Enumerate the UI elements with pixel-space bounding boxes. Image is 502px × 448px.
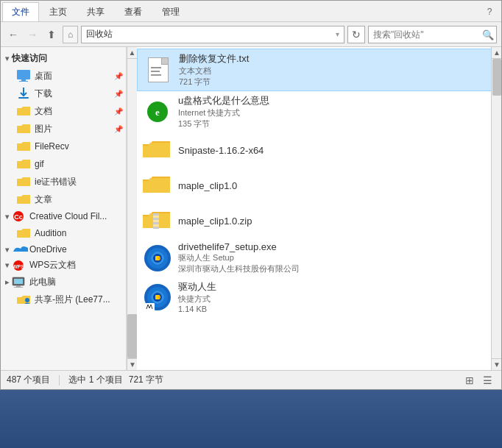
sidebar-item-ie-cert[interactable]: ie证书错误 (1, 173, 126, 191)
audition-icon (17, 227, 30, 240)
sidebar-item-shared[interactable]: 共享-照片 (Lee77... (1, 291, 126, 308)
file-info-snipaste: Snipaste-1.16.2-x64 (178, 145, 495, 156)
file-content-area: 删除恢复文件.txt 文本文档 721 字节 e (137, 47, 501, 370)
sidebar-scrollbar-thumb[interactable] (127, 314, 138, 358)
creative-cloud-label: Creative Cloud Fil... (29, 211, 107, 221)
wps-header[interactable]: ▾ WPS WPS云文档 (1, 257, 126, 274)
svg-rect-9 (14, 279, 23, 284)
file-item-delete-recover[interactable]: 删除恢复文件.txt 文本文档 721 字节 (137, 49, 501, 91)
pin-icon-documents: 📌 (114, 107, 123, 115)
sidebar-scroll-down[interactable]: ▼ (127, 358, 138, 370)
svg-rect-19 (153, 227, 159, 229)
sidebar-container: ▲ ▾ 快速访问 桌面 📌 (1, 47, 137, 370)
this-pc-header[interactable]: ▸ 此电脑 (1, 274, 126, 291)
explorer-window: 文件 主页 共享 查看 管理 ? ← → ⬆ ⌂ 回收站 ▾ ↻ 🔍 ▲ (0, 0, 502, 390)
sidebar-item-documents-label: 文档 (35, 105, 52, 118)
svg-text:WPS: WPS (13, 264, 24, 269)
file-info-delete-recover: 删除恢复文件.txt 文本文档 721 字节 (179, 52, 495, 88)
maple-folder-icon (143, 171, 172, 200)
file-info-drivelife-shortcut: 驱动人生 快捷方式 1.14 KB (178, 280, 495, 313)
svg-rect-11 (14, 287, 23, 288)
help-button[interactable]: ? (481, 2, 498, 21)
quick-access-header[interactable]: ▾ 快速访问 (1, 50, 126, 67)
file-name-maple-clip: maple_clip1.0 (178, 180, 495, 191)
sidebar-item-ie-cert-label: ie证书错误 (35, 176, 77, 188)
this-pc-arrow: ▸ (5, 278, 9, 286)
details-view-btn[interactable]: ☰ (479, 372, 495, 388)
sidebar-item-desktop[interactable]: 桌面 📌 (1, 67, 126, 85)
creative-cloud-icon: Cc (12, 210, 25, 222)
sidebar-item-article-label: 文章 (35, 193, 52, 206)
tab-file[interactable]: 文件 (2, 2, 39, 21)
desktop-icon (17, 69, 30, 82)
ribbon-tabs: 文件 主页 共享 查看 管理 ? (1, 1, 501, 21)
sidebar-item-documents[interactable]: 文档 📌 (1, 102, 126, 120)
large-icons-view-btn[interactable]: ⊞ (462, 372, 478, 388)
setup-exe-icon (143, 243, 172, 273)
file-name-snipaste: Snipaste-1.16.2-x64 (178, 145, 495, 156)
search-icon[interactable]: 🔍 (482, 29, 494, 40)
file-item-drivelife-shortcut[interactable]: 驱动人生 快捷方式 1.14 KB (137, 277, 501, 316)
refresh-button[interactable]: ↻ (347, 26, 365, 43)
sidebar-item-audition[interactable]: Audition (1, 224, 126, 242)
file-meta-delete-recover: 文本文档 721 字节 (179, 65, 495, 88)
search-input[interactable] (368, 26, 497, 43)
tab-share[interactable]: 共享 (77, 2, 114, 21)
up-button[interactable]: ⬆ (43, 26, 60, 43)
onedrive-arrow: ▾ (5, 246, 9, 254)
file-item-maple-zip[interactable]: maple_clip1.0.zip (137, 203, 501, 238)
wps-icon: WPS (12, 260, 25, 271)
file-item-usb-format[interactable]: e u盘格式化是什么意思 Internet 快捷方式 135 字节 (137, 91, 501, 132)
sidebar-item-filerecv[interactable]: FileRecv (1, 138, 126, 155)
creative-cloud-header[interactable]: ▾ Cc Creative Cloud Fil... (1, 208, 126, 224)
breadcrumb-home: ⌂ (63, 26, 78, 43)
scroll-up-btn[interactable]: ▲ (492, 47, 501, 59)
file-item-snipaste[interactable]: Snipaste-1.16.2-x64 (137, 132, 501, 168)
onedrive-icon (12, 244, 25, 255)
view-icons: ⊞ ☰ (462, 372, 495, 388)
tab-home[interactable]: 主页 (40, 2, 77, 21)
content-scrollbar[interactable]: ▲ ▼ (491, 47, 501, 370)
pin-icon-desktop: 📌 (114, 72, 123, 80)
onedrive-header[interactable]: ▾ OneDrive (1, 242, 126, 257)
sidebar-item-article[interactable]: 文章 (1, 191, 126, 208)
tab-manage[interactable]: 管理 (152, 2, 189, 21)
article-folder-icon (17, 193, 30, 206)
address-dropdown[interactable]: ▾ (336, 30, 339, 38)
zip-folder-icon (143, 206, 172, 235)
main-area: ▲ ▾ 快速访问 桌面 📌 (1, 47, 501, 370)
sidebar-scrollbar[interactable]: ▼ (127, 47, 137, 370)
document-folder-icon (17, 104, 30, 118)
file-name-drivelife-shortcut: 驱动人生 (178, 280, 495, 294)
svg-rect-18 (153, 222, 159, 224)
tab-view[interactable]: 查看 (115, 2, 152, 21)
this-pc-label: 此电脑 (29, 276, 56, 288)
svg-rect-1 (21, 79, 26, 81)
quick-access-label: 快速访问 (12, 52, 47, 65)
file-info-maple-zip: maple_clip1.0.zip (178, 216, 495, 227)
status-sep-1 (59, 375, 60, 385)
file-item-maple-clip[interactable]: maple_clip1.0 (137, 168, 501, 203)
svg-rect-0 (17, 70, 30, 79)
file-item-drivelife-setup[interactable]: drivethelife7_setup.exe 驱动人生 Setup 深圳市驱动… (137, 238, 501, 277)
status-selected: 选中 1 个项目 (68, 374, 122, 386)
status-bar: 487 个项目 选中 1 个项目 721 字节 ⊞ ☰ (1, 370, 501, 389)
svg-rect-2 (19, 81, 28, 82)
back-button[interactable]: ← (5, 26, 21, 43)
address-path[interactable]: 回收站 ▾ (81, 26, 344, 43)
ie-file-icon: e (143, 97, 172, 127)
forward-button[interactable]: → (24, 26, 40, 43)
scrollbar-thumb[interactable] (492, 59, 501, 96)
scroll-down-btn[interactable]: ▼ (492, 358, 501, 370)
file-list: 删除恢复文件.txt 文本文档 721 字节 e (137, 47, 501, 318)
file-meta-drivelife-shortcut: 快捷方式 1.14 KB (178, 294, 495, 313)
sidebar-item-downloads[interactable]: 下载 📌 (1, 85, 126, 102)
shared-folder-icon (17, 293, 30, 306)
sidebar-item-pictures[interactable]: 图片 📌 (1, 120, 126, 138)
sidebar-item-gif[interactable]: gif (1, 155, 126, 173)
sidebar-scroll-up[interactable]: ▲ (127, 47, 137, 59)
status-total: 487 个项目 (7, 374, 50, 386)
sidebar-item-filerecv-label: FileRecv (35, 141, 69, 152)
pin-icon-pictures: 📌 (114, 125, 123, 133)
sidebar-item-gif-label: gif (35, 159, 44, 169)
